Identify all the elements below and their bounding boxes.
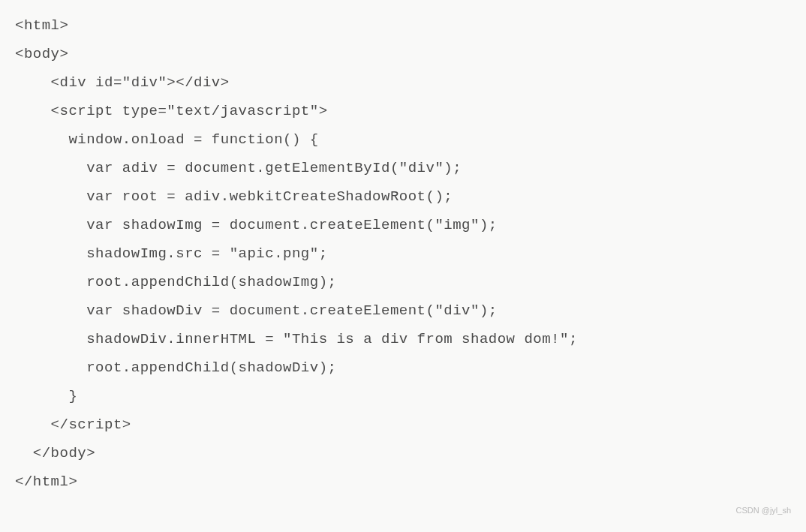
code-line: var adiv = document.getElementById("div"… bbox=[15, 160, 462, 176]
code-line: } bbox=[15, 388, 77, 404]
code-line: shadowImg.src = "apic.png"; bbox=[15, 245, 328, 262]
code-block: <html> <body> <div id="div"></div> <scri… bbox=[15, 11, 791, 496]
code-line: </html> bbox=[15, 473, 77, 490]
code-line: root.appendChild(shadowImg); bbox=[15, 274, 336, 290]
code-line: </body> bbox=[15, 445, 95, 461]
watermark: CSDN @jyl_sh bbox=[735, 502, 791, 518]
code-line: <div id="div"></div> bbox=[15, 74, 230, 91]
code-line: <html> bbox=[15, 17, 68, 34]
code-line: root.appendChild(shadowDiv); bbox=[15, 359, 336, 376]
code-line: <body> bbox=[15, 46, 68, 62]
code-line: var shadowImg = document.createElement("… bbox=[15, 217, 498, 233]
code-line: shadowDiv.innerHTML = "This is a div fro… bbox=[15, 331, 578, 347]
code-line: var shadowDiv = document.createElement("… bbox=[15, 302, 498, 319]
code-line: var root = adiv.webkitCreateShadowRoot()… bbox=[15, 188, 453, 205]
code-line: window.onload = function() { bbox=[15, 131, 319, 148]
code-line: </script> bbox=[15, 416, 131, 433]
code-line: <script type="text/javascript"> bbox=[15, 103, 328, 119]
